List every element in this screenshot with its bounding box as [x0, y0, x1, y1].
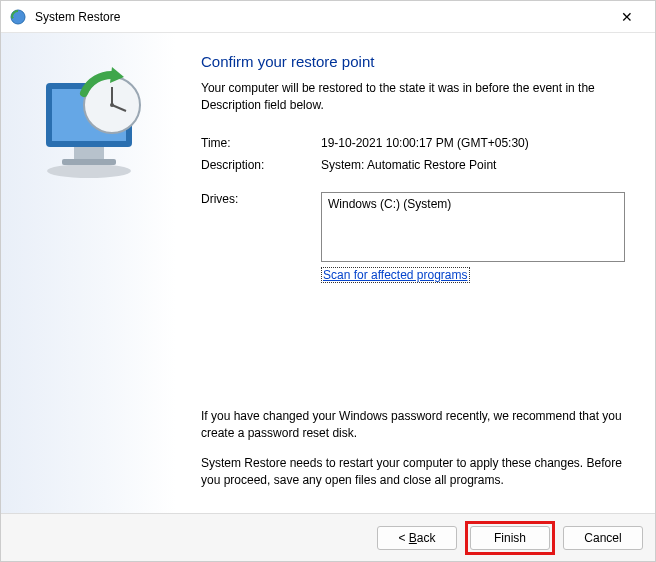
restore-hero-icon — [24, 53, 154, 183]
password-note: If you have changed your Windows passwor… — [201, 408, 625, 442]
titlebar: System Restore ✕ — [1, 1, 655, 33]
restart-note: System Restore needs to restart your com… — [201, 455, 625, 489]
description-value: System: Automatic Restore Point — [321, 158, 625, 172]
close-button[interactable]: ✕ — [607, 2, 647, 32]
svg-rect-4 — [62, 159, 116, 165]
dialog-body: Confirm your restore point Your computer… — [1, 33, 655, 513]
description-row: Description: System: Automatic Restore P… — [201, 158, 625, 172]
time-row: Time: 19-10-2021 10:00:17 PM (GMT+05:30) — [201, 136, 625, 150]
notes: If you have changed your Windows passwor… — [201, 408, 625, 503]
finish-button[interactable]: Finish — [470, 526, 550, 550]
intro-text: Your computer will be restored to the st… — [201, 80, 625, 114]
drive-item[interactable]: Windows (C:) (System) — [328, 197, 618, 211]
heading: Confirm your restore point — [201, 53, 625, 70]
scan-affected-programs-link[interactable]: Scan for affected programs — [321, 267, 470, 283]
system-restore-icon — [9, 8, 27, 26]
footer: < Back Finish Cancel — [1, 513, 655, 561]
main-content: Confirm your restore point Your computer… — [176, 33, 655, 513]
svg-rect-3 — [74, 145, 104, 161]
time-value: 19-10-2021 10:00:17 PM (GMT+05:30) — [321, 136, 625, 150]
back-button[interactable]: < Back — [377, 526, 457, 550]
finish-highlight: Finish — [465, 521, 555, 555]
drives-row: Drives: Windows (C:) (System) — [201, 192, 625, 262]
sidebar — [1, 33, 176, 513]
svg-point-2 — [47, 164, 131, 178]
scan-link-row: Scan for affected programs — [321, 268, 625, 282]
description-label: Description: — [201, 158, 321, 172]
cancel-button[interactable]: Cancel — [563, 526, 643, 550]
drives-listbox[interactable]: Windows (C:) (System) — [321, 192, 625, 262]
system-restore-window: System Restore ✕ Confirm your restore po… — [0, 0, 656, 562]
drives-label: Drives: — [201, 192, 321, 262]
time-label: Time: — [201, 136, 321, 150]
window-title: System Restore — [35, 10, 120, 24]
